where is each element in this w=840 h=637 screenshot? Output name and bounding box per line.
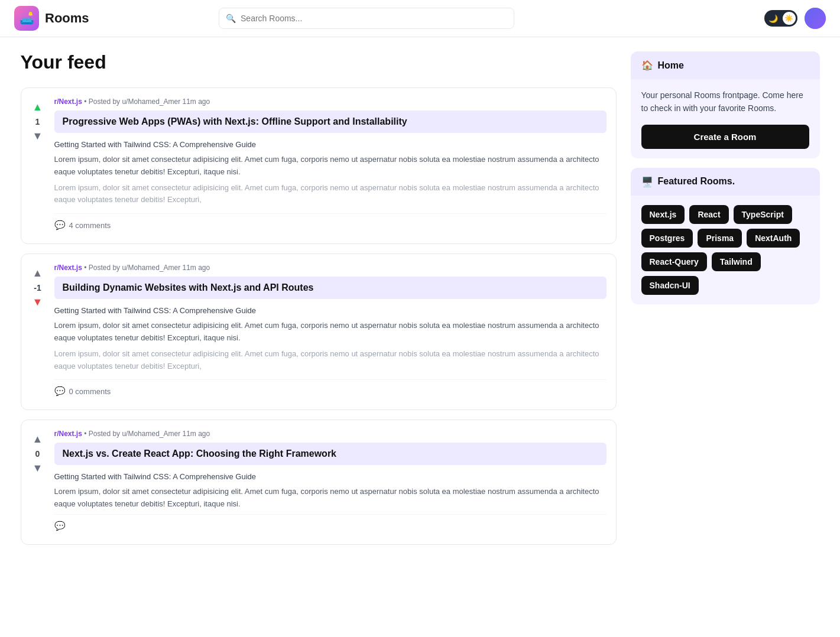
upvote-button[interactable]: ▲ [31,266,44,281]
header-right: 🌙 ☀️ [764,8,826,29]
post-subtitle: Getting Started with Tailwind CSS: A Com… [54,472,607,481]
tag-button[interactable]: TypeScript [734,205,792,224]
post-meta-text: • Posted by u/Mohamed_Amer 11m ago [84,430,210,438]
sidebar: 🏠 Home Your personal Rooms frontpage. Co… [631,51,820,554]
downvote-button[interactable]: ▼ [31,129,44,144]
room-link[interactable]: r/Next.js [54,264,82,272]
moon-icon: 🌙 [768,14,778,23]
search-icon: 🔍 [226,14,236,23]
post-body: Lorem ipsum, dolor sit amet consectetur … [54,486,607,511]
post-footer: 💬 [54,514,607,537]
header: 🛋️ Rooms 🔍 🌙 ☀️ [0,0,840,37]
toggle-thumb: ☀️ [783,12,796,25]
comments-button[interactable]: 💬 4 comments [54,220,111,230]
comments-button[interactable]: 💬 [54,521,69,531]
logo-link[interactable]: 🛋️ Rooms [14,6,89,31]
comments-count: 4 comments [69,221,111,230]
post-subtitle: Getting Started with Tailwind CSS: A Com… [54,140,607,149]
post-content: r/Next.js • Posted by u/Mohamed_Amer 11m… [54,88,616,243]
post-footer: 💬 0 comments [54,379,607,402]
post-title[interactable]: Next.js vs. Create React App: Choosing t… [63,448,337,459]
post-meta-text: • Posted by u/Mohamed_Amer 11m ago [84,264,210,272]
post-title-wrap: Building Dynamic Websites with Next.js a… [54,277,607,299]
main-layout: Your feed ▲ 1 ▼ r/Next.js • Posted by u/… [7,37,834,568]
featured-rooms-card: 🖥️ Featured Rooms. Next.jsReactTypeScrip… [631,168,820,304]
post-meta: r/Next.js • Posted by u/Mohamed_Amer 11m… [54,264,607,272]
tag-button[interactable]: NextAuth [747,229,800,248]
post-subtitle: Getting Started with Tailwind CSS: A Com… [54,306,607,315]
post-content: r/Next.js • Posted by u/Mohamed_Amer 11m… [54,420,616,544]
downvote-button[interactable]: ▼ [31,461,44,476]
tag-button[interactable]: Next.js [641,205,685,224]
vote-count: -1 [34,283,41,292]
app-title: Rooms [45,11,89,26]
post-title[interactable]: Building Dynamic Websites with Next.js a… [63,282,314,292]
post-card: ▲ 0 ▼ r/Next.js • Posted by u/Mohamed_Am… [21,420,617,545]
tag-button[interactable]: React [689,205,728,224]
vote-count: 1 [35,117,40,126]
search-input[interactable] [219,8,514,29]
comment-icon: 💬 [54,386,66,396]
search-container: 🔍 [219,8,514,29]
logo-icon: 🛋️ [14,6,39,31]
comments-button[interactable]: 💬 0 comments [54,386,111,396]
vote-section: ▲ 0 ▼ [21,420,54,488]
featured-label: Featured Rooms. [658,176,735,187]
room-link[interactable]: r/Next.js [54,430,82,438]
tag-button[interactable]: Postgres [641,229,693,248]
featured-card-body: Next.jsReactTypeScriptPostgresPrismaNext… [631,196,820,304]
vote-section: ▲ 1 ▼ [21,88,54,155]
tag-button[interactable]: Prisma [698,229,742,248]
post-body-faded: Lorem ipsum, dolor sit amet consectetur … [54,348,607,373]
post-footer: 💬 4 comments [54,213,607,236]
post-title[interactable]: Progressive Web Apps (PWAs) with Next.js… [63,116,407,126]
comment-icon: 💬 [54,220,66,230]
downvote-button[interactable]: ▼ [31,295,44,310]
posts-container: ▲ 1 ▼ r/Next.js • Posted by u/Mohamed_Am… [21,87,617,545]
home-card-body: Your personal Rooms frontpage. Come here… [631,79,820,158]
feed-title: Your feed [21,51,617,73]
vote-count: 0 [35,449,40,459]
home-card-header: 🏠 Home [631,51,820,79]
post-card: ▲ 1 ▼ r/Next.js • Posted by u/Mohamed_Am… [21,87,617,244]
featured-icon: 🖥️ [641,176,653,187]
post-body-faded: Lorem ipsum, dolor sit amet consectetur … [54,182,607,207]
post-content: r/Next.js • Posted by u/Mohamed_Amer 11m… [54,254,616,410]
tag-button[interactable]: Tailwind [712,252,761,271]
upvote-button[interactable]: ▲ [31,100,44,115]
featured-tags: Next.jsReactTypeScriptPostgresPrismaNext… [641,205,809,295]
post-title-wrap: Next.js vs. Create React App: Choosing t… [54,443,607,465]
theme-toggle[interactable]: 🌙 ☀️ [764,10,797,27]
room-link[interactable]: r/Next.js [54,98,82,106]
comment-icon: 💬 [54,521,66,531]
post-meta: r/Next.js • Posted by u/Mohamed_Amer 11m… [54,98,607,106]
featured-card-header: 🖥️ Featured Rooms. [631,168,820,196]
home-card: 🏠 Home Your personal Rooms frontpage. Co… [631,51,820,158]
post-title-wrap: Progressive Web Apps (PWAs) with Next.js… [54,110,607,133]
post-meta-text: • Posted by u/Mohamed_Amer 11m ago [84,98,210,106]
tag-button[interactable]: React-Query [641,252,707,271]
feed-section: Your feed ▲ 1 ▼ r/Next.js • Posted by u/… [21,51,617,554]
post-body: Lorem ipsum, dolor sit amet consectetur … [54,154,607,178]
upvote-button[interactable]: ▲ [31,432,44,447]
post-meta: r/Next.js • Posted by u/Mohamed_Amer 11m… [54,430,607,438]
create-room-button[interactable]: Create a Room [641,125,809,149]
home-label: Home [658,60,684,71]
tag-button[interactable]: Shadcn-UI [641,276,699,295]
avatar[interactable] [805,8,826,29]
post-card: ▲ -1 ▼ r/Next.js • Posted by u/Mohamed_A… [21,254,617,410]
home-description: Your personal Rooms frontpage. Come here… [641,89,809,115]
vote-section: ▲ -1 ▼ [21,254,54,321]
post-body: Lorem ipsum, dolor sit amet consectetur … [54,320,607,344]
home-icon: 🏠 [641,60,653,71]
comments-count: 0 comments [69,387,111,396]
